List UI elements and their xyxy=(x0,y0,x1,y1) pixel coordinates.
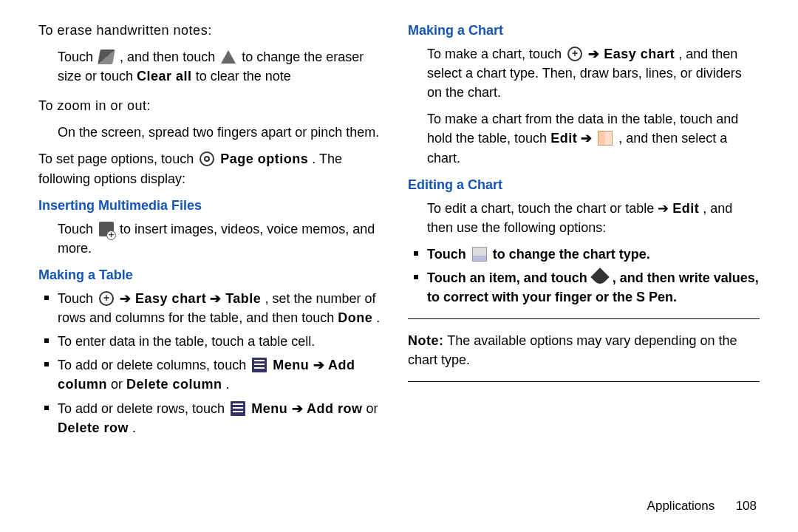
edit-chart-instruction: To edit a chart, touch the chart or tabl… xyxy=(427,199,760,237)
menu-icon xyxy=(231,401,245,416)
text: Menu ➔ xyxy=(273,358,328,372)
bullet-icon xyxy=(44,406,49,410)
erase-instruction: Touch , and then touch to change the era… xyxy=(58,47,390,86)
easy-chart-label: Easy chart xyxy=(604,47,675,61)
text: Touch xyxy=(58,50,97,64)
text: To add or delete rows, touch xyxy=(58,401,228,416)
bullet-icon xyxy=(414,251,418,256)
menu-icon xyxy=(252,358,267,372)
make-chart-instruction: To make a chart, touch ➔ Easy chart , an… xyxy=(427,44,760,102)
text: Touch xyxy=(427,247,470,262)
edit-label: Edit xyxy=(550,131,577,146)
section-name: Applications xyxy=(647,499,715,513)
left-column: To erase handwritten notes: Touch , and … xyxy=(30,21,399,517)
list-item: To enter data in the table, touch a tabl… xyxy=(38,332,390,351)
plus-circle-icon xyxy=(567,47,582,61)
text: ➔ xyxy=(588,47,604,61)
text: Menu ➔ xyxy=(251,401,307,416)
text: To edit a chart, touch the chart or tabl… xyxy=(427,201,672,216)
chart-type-icon xyxy=(472,247,487,262)
list-item: Touch an item, and touch , and then writ… xyxy=(408,268,760,307)
text: To set page options, touch xyxy=(38,151,197,166)
list-item: Touch ➔ Easy chart ➔ Table , set the num… xyxy=(38,289,390,327)
insert-instruction: Touch to insert images, videos, voice me… xyxy=(58,219,390,258)
text: To make a chart, touch xyxy=(427,47,565,61)
note-text: The available options may vary depending… xyxy=(408,333,737,367)
add-row-label: Add row xyxy=(307,401,363,416)
text: to clear the note xyxy=(196,69,291,83)
gear-icon xyxy=(200,151,214,166)
clear-all-label: Clear all xyxy=(137,69,192,83)
text: ➔ xyxy=(581,131,596,146)
transform-icon xyxy=(598,131,613,146)
list-item: To add or delete columns, touch Menu ➔ A… xyxy=(38,355,390,394)
delete-row-label: Delete row xyxy=(58,420,129,435)
heading-making-table: Making a Table xyxy=(38,265,390,284)
text: . xyxy=(376,310,380,325)
bullet-icon xyxy=(44,296,49,300)
text: or xyxy=(111,377,126,392)
note-label: Note: xyxy=(408,333,444,348)
text: , and then touch xyxy=(120,50,219,64)
heading-making-chart: Making a Chart xyxy=(408,21,760,40)
edit-label: Edit xyxy=(672,201,699,216)
text: To add or delete columns, touch xyxy=(58,358,250,372)
note-line: Note: The available options may vary dep… xyxy=(408,331,760,369)
divider xyxy=(408,318,760,319)
list-item: To add or delete rows, touch Menu ➔ Add … xyxy=(38,399,390,437)
easy-chart-label: Easy chart xyxy=(135,291,206,306)
text: Touch xyxy=(58,291,97,306)
text: or xyxy=(366,401,378,416)
eraser-icon xyxy=(98,50,115,64)
eraser-settings-icon xyxy=(221,50,236,64)
page-footer: Applications 108 xyxy=(647,497,757,516)
divider xyxy=(408,381,760,382)
heading-editing-chart: Editing a Chart xyxy=(408,175,760,194)
text: to change the chart type. xyxy=(493,247,650,262)
pen-icon xyxy=(590,267,609,286)
page-options-label: Page options xyxy=(220,151,308,166)
text: ➔ xyxy=(120,291,135,306)
text: . xyxy=(132,420,136,435)
bullet-icon xyxy=(44,362,49,366)
page-options-line: To set page options, touch Page options … xyxy=(38,149,390,188)
right-column: Making a Chart To make a chart, touch ➔ … xyxy=(399,21,768,517)
table-label: Table xyxy=(225,291,261,306)
insert-media-icon xyxy=(99,222,114,236)
zoom-heading: To zoom in or out: xyxy=(38,96,390,115)
heading-inserting-multimedia: Inserting Multimedia Files xyxy=(38,196,390,215)
list-item: Touch to change the chart type. xyxy=(408,245,760,264)
bullet-icon xyxy=(44,338,49,343)
text: To enter data in the table, touch a tabl… xyxy=(58,332,390,351)
zoom-instruction: On the screen, spread two fingers apart … xyxy=(58,123,390,142)
text: . xyxy=(226,377,230,392)
text: ➔ xyxy=(210,291,225,306)
page-number: 108 xyxy=(736,499,757,513)
done-label: Done xyxy=(338,310,372,325)
delete-column-label: Delete column xyxy=(126,377,222,392)
plus-circle-icon xyxy=(99,291,114,306)
erase-heading: To erase handwritten notes: xyxy=(38,21,390,40)
chart-from-table-instruction: To make a chart from the data in the tab… xyxy=(427,109,760,167)
text: Touch an item, and touch xyxy=(427,270,591,285)
bullet-icon xyxy=(414,275,418,279)
text: Touch xyxy=(58,222,97,236)
